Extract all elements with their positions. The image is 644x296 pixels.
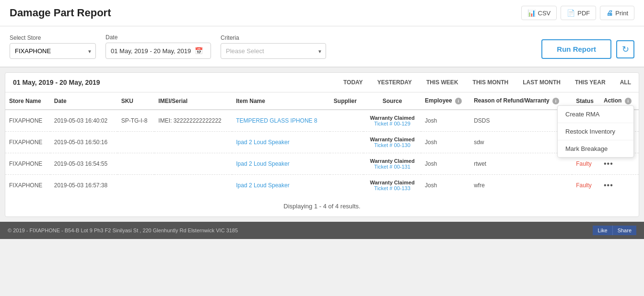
cell-item-name[interactable]: Ipad 2 Loud Speaker bbox=[232, 153, 330, 175]
filter-section: Select Store FIXAPHONE Date 01 May, 2019… bbox=[0, 26, 644, 68]
header-actions: 📊 CSV 📄 PDF 🖨 Print bbox=[521, 6, 634, 20]
summary-table: Displaying 1 - 4 of 4 results. bbox=[5, 196, 639, 216]
reason-info-icon[interactable]: i bbox=[552, 98, 559, 104]
cell-store: FIXAPHONE bbox=[5, 132, 50, 153]
context-menu-restock-inventory[interactable]: Restock Inventory bbox=[558, 123, 633, 140]
store-select-wrapper: FIXAPHONE bbox=[10, 43, 96, 59]
col-store-name: Store Name bbox=[5, 92, 50, 110]
print-label: Print bbox=[615, 10, 628, 17]
cell-imei bbox=[154, 153, 232, 175]
criteria-filter-group: Criteria Please Select bbox=[221, 34, 326, 59]
cell-employee: Josh bbox=[421, 110, 470, 132]
period-tabs: TODAY YESTERDAY THIS WEEK THIS MONTH LAS… bbox=[343, 79, 631, 86]
date-label: Date bbox=[105, 34, 211, 41]
criteria-select-wrapper: Please Select bbox=[221, 43, 326, 59]
summary-text: Displaying 1 - 4 of 4 results. bbox=[5, 196, 639, 216]
content-section: 01 May, 2019 - 20 May, 2019 TODAY YESTER… bbox=[5, 72, 639, 217]
context-menu: Create RMA Restock Inventory Mark Breaka… bbox=[557, 105, 634, 158]
cell-supplier bbox=[330, 153, 363, 175]
col-employee: Employee i bbox=[421, 92, 470, 110]
csv-label: CSV bbox=[538, 10, 551, 17]
cell-store: FIXAPHONE bbox=[5, 153, 50, 175]
context-menu-mark-breakage[interactable]: Mark Breakage bbox=[558, 140, 633, 157]
tab-yesterday[interactable]: YESTERDAY bbox=[377, 79, 412, 86]
cell-imei bbox=[154, 132, 232, 153]
col-item-name: Item Name bbox=[232, 92, 330, 110]
run-report-section: Run Report ↻ bbox=[541, 39, 634, 59]
cell-reason: rtwet bbox=[470, 153, 572, 175]
date-range-input[interactable]: 01 May, 2019 - 20 May, 2019 📅 bbox=[105, 43, 211, 59]
page-title: Damage Part Report bbox=[10, 7, 111, 19]
col-supplier: Supplier bbox=[330, 92, 363, 110]
tab-this-month[interactable]: THIS MONTH bbox=[473, 79, 509, 86]
store-select[interactable]: FIXAPHONE bbox=[10, 43, 96, 59]
print-button[interactable]: 🖨 Print bbox=[600, 6, 634, 20]
cell-store: FIXAPHONE bbox=[5, 110, 50, 132]
store-label: Select Store bbox=[10, 34, 96, 41]
refresh-icon: ↻ bbox=[622, 44, 629, 55]
summary-row: Displaying 1 - 4 of 4 results. bbox=[5, 196, 639, 216]
cell-sku bbox=[117, 175, 155, 196]
csv-export-button[interactable]: 📊 CSV bbox=[521, 6, 557, 20]
calendar-icon: 📅 bbox=[195, 47, 203, 55]
store-filter-group: Select Store FIXAPHONE bbox=[10, 34, 96, 59]
share-button[interactable]: Share bbox=[612, 226, 636, 235]
date-range-bar: 01 May, 2019 - 20 May, 2019 TODAY YESTER… bbox=[5, 73, 639, 92]
cell-source: Warranty Claimed Ticket # 00-129 bbox=[363, 110, 421, 132]
cell-employee: Josh bbox=[421, 153, 470, 175]
table-row: FIXAPHONE 2019-05-03 16:40:02 SP-TG-I-8 … bbox=[5, 110, 639, 132]
tab-today[interactable]: TODAY bbox=[343, 79, 363, 86]
employee-info-icon[interactable]: i bbox=[455, 98, 462, 104]
action-dots-button[interactable]: ••• bbox=[604, 159, 613, 168]
cell-date: 2019-05-03 16:40:02 bbox=[50, 110, 117, 132]
refresh-button[interactable]: ↻ bbox=[616, 40, 634, 58]
tab-all[interactable]: ALL bbox=[620, 79, 631, 86]
footer-actions: Like Share bbox=[593, 226, 636, 235]
action-info-icon[interactable]: i bbox=[625, 98, 632, 104]
col-sku: SKU bbox=[117, 92, 155, 110]
cell-source: Warranty Claimed Ticket # 00-133 bbox=[363, 175, 421, 196]
run-report-button[interactable]: Run Report bbox=[541, 39, 611, 59]
table-row: FIXAPHONE 2019-05-03 16:57:38 Ipad 2 Lou… bbox=[5, 175, 639, 196]
tab-this-year[interactable]: THIS YEAR bbox=[575, 79, 606, 86]
tab-last-month[interactable]: LAST MONTH bbox=[523, 79, 561, 86]
like-button[interactable]: Like bbox=[593, 226, 612, 235]
report-date-range: 01 May, 2019 - 20 May, 2019 bbox=[13, 79, 100, 86]
cell-sku bbox=[117, 132, 155, 153]
cell-employee: Josh bbox=[421, 132, 470, 153]
cell-supplier bbox=[330, 110, 363, 132]
cell-item-name[interactable]: TEMPERED GLASS IPHONE 8 bbox=[232, 110, 330, 132]
print-icon: 🖨 bbox=[606, 9, 613, 17]
ticket-link[interactable]: Ticket # 00-130 bbox=[367, 142, 417, 148]
pdf-icon: 📄 bbox=[567, 9, 575, 17]
cell-reason: wfre bbox=[470, 175, 572, 196]
date-filter-group: Date 01 May, 2019 - 20 May, 2019 📅 bbox=[105, 34, 211, 59]
cell-item-name[interactable]: Ipad 2 Loud Speaker bbox=[232, 132, 330, 153]
csv-icon: 📊 bbox=[527, 9, 536, 17]
pdf-export-button[interactable]: 📄 PDF bbox=[561, 6, 596, 20]
tab-this-week[interactable]: THIS WEEK bbox=[426, 79, 458, 86]
ticket-link[interactable]: Ticket # 00-133 bbox=[367, 185, 417, 191]
cell-sku bbox=[117, 153, 155, 175]
cell-source: Warranty Claimed Ticket # 00-130 bbox=[363, 132, 421, 153]
cell-source: Warranty Claimed Ticket # 00-131 bbox=[363, 153, 421, 175]
cell-imei: IMEI: 322222222222222 bbox=[154, 110, 232, 132]
ticket-link[interactable]: Ticket # 00-131 bbox=[367, 164, 417, 170]
col-source: Source bbox=[363, 92, 421, 110]
top-header: Damage Part Report 📊 CSV 📄 PDF 🖨 Print bbox=[0, 0, 644, 26]
col-date: Date bbox=[50, 92, 117, 110]
ticket-link[interactable]: Ticket # 00-129 bbox=[367, 121, 417, 126]
table-row: FIXAPHONE 2019-05-03 16:54:55 Ipad 2 Lou… bbox=[5, 153, 639, 175]
cell-item-name[interactable]: Ipad 2 Loud Speaker bbox=[232, 175, 330, 196]
criteria-select[interactable]: Please Select bbox=[221, 43, 326, 59]
context-menu-create-rma[interactable]: Create RMA bbox=[558, 106, 633, 123]
cell-date: 2019-05-03 16:50:16 bbox=[50, 132, 117, 153]
pdf-label: PDF bbox=[577, 10, 590, 17]
table-container: Store Name Date SKU IMEI/Serial Item Nam… bbox=[5, 92, 639, 196]
cell-supplier bbox=[330, 175, 363, 196]
cell-sku: SP-TG-I-8 bbox=[117, 110, 155, 132]
action-dots-button[interactable]: ••• bbox=[604, 181, 613, 189]
cell-date: 2019-05-03 16:57:38 bbox=[50, 175, 117, 196]
date-range-value: 01 May, 2019 - 20 May, 2019 bbox=[111, 47, 191, 55]
cell-imei bbox=[154, 175, 232, 196]
